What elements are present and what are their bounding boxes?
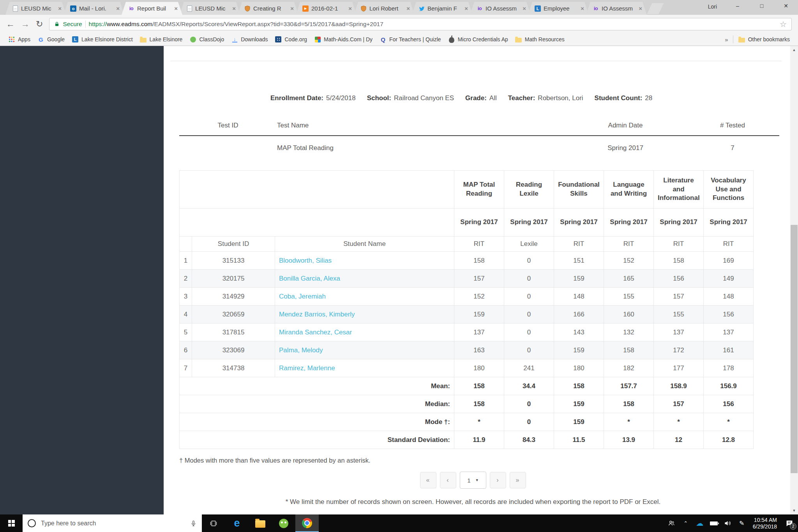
windows-taskbar: e ⌃ ☁ ✎ 10:54 AM 6/29/2018 2 — [0, 514, 798, 532]
column-term-header: Spring 2017 — [704, 209, 754, 237]
bookmark-item[interactable]: Math Resources — [512, 34, 568, 44]
vertical-scrollbar[interactable]: ▲ ▼ — [790, 46, 798, 514]
student-name-link[interactable]: Ramirez, Marlenne — [279, 364, 335, 372]
reload-icon[interactable]: ↻ — [36, 20, 43, 28]
scroll-up-icon[interactable]: ▲ — [790, 46, 798, 54]
student-name-link[interactable]: Bonilla Garcia, Alexa — [279, 275, 340, 282]
start-button[interactable] — [0, 514, 23, 532]
scroll-down-icon[interactable]: ▼ — [790, 507, 798, 514]
test-name-header: Test Name — [277, 121, 565, 136]
battery-button[interactable] — [707, 514, 721, 532]
bookmark-item[interactable]: QFor Teachers | Quizle — [376, 34, 445, 44]
bookmark-item[interactable]: ClassDojo — [186, 34, 228, 44]
tab-close-icon[interactable]: × — [522, 5, 527, 12]
people-button[interactable] — [665, 514, 679, 532]
tab-close-icon[interactable]: × — [406, 5, 411, 12]
address-bar[interactable]: Secure https://www.eadms.com/EADMSX/Repo… — [49, 18, 792, 30]
bookmark-label: Code.org — [284, 36, 307, 42]
tab-close-icon[interactable]: × — [173, 5, 178, 12]
student-name-link[interactable]: Miranda Sanchez, Cesar — [279, 329, 352, 336]
score-cell: 159 — [454, 306, 504, 323]
tab-close-icon[interactable]: × — [57, 5, 62, 12]
info-value: 5/24/2018 — [326, 94, 356, 102]
tab-3[interactable]: ioReport Buil× — [122, 2, 182, 15]
student-name-link[interactable]: Coba, Jeremiah — [279, 293, 326, 300]
taskbar-search[interactable] — [23, 514, 202, 532]
score-cell: 155 — [604, 288, 654, 306]
folder-icon — [140, 36, 147, 43]
tab-6[interactable]: ▸2016-02-1× — [296, 2, 357, 15]
microphone-icon[interactable] — [190, 519, 197, 528]
score-cell: 159 — [554, 270, 604, 288]
chrome-button[interactable] — [295, 514, 319, 532]
prev-page-button[interactable]: ‹ — [440, 472, 456, 488]
tab-close-icon[interactable]: × — [290, 5, 295, 12]
student-row: 3314929Coba, Jeremiah1520148155157148 — [180, 288, 754, 306]
score-cell: 155 — [654, 306, 704, 323]
task-view-button[interactable] — [202, 514, 225, 532]
tab-close-icon[interactable]: × — [231, 5, 237, 12]
student-name-link[interactable]: Palma, Melody — [279, 346, 323, 354]
windows-ink-icon[interactable]: ✎ — [735, 514, 749, 532]
tab-close-icon[interactable]: × — [464, 5, 469, 12]
tab-10[interactable]: LEmployee× — [528, 2, 589, 15]
score-cell: 0 — [504, 252, 554, 270]
pidgin-button[interactable] — [272, 514, 295, 532]
new-tab-button[interactable] — [647, 3, 664, 14]
score-cell: 169 — [704, 252, 754, 270]
bookmark-star-icon[interactable]: ☆ — [780, 19, 787, 29]
edge-button[interactable]: e — [225, 514, 249, 532]
maximize-button[interactable]: □ — [750, 0, 774, 12]
onedrive-icon[interactable]: ☁ — [693, 514, 707, 532]
file-explorer-button[interactable] — [249, 514, 272, 532]
tab-11[interactable]: ioIO Assessm× — [586, 2, 647, 15]
tab-label: LEUSD Mic — [21, 5, 55, 12]
bookmark-item[interactable]: ∷Code.org — [271, 34, 311, 44]
close-button[interactable]: ✕ — [774, 0, 798, 12]
tray-expand-chevron[interactable]: ⌃ — [679, 514, 693, 532]
bookmarks-overflow-icon[interactable]: » — [722, 36, 731, 43]
tab-close-icon[interactable]: × — [115, 5, 120, 12]
tab-close-icon[interactable]: × — [348, 5, 353, 12]
next-page-button[interactable]: › — [490, 472, 506, 488]
first-page-button[interactable]: « — [420, 472, 436, 488]
bookmark-item[interactable]: LLake Elsinore District — [68, 34, 136, 44]
page-select[interactable]: 1 ▼ — [460, 472, 486, 489]
score-cell: 0 — [504, 323, 554, 341]
bookmark-item[interactable]: Math-Aids.Com | Dy — [311, 34, 376, 44]
action-center-button[interactable]: 2 — [781, 514, 798, 532]
tab-5[interactable]: Creating R× — [238, 2, 298, 15]
content-top-rule — [170, 61, 782, 61]
tab-9[interactable]: ioIO Assessm× — [470, 2, 531, 15]
stat-value-cell: 11.5 — [554, 431, 604, 449]
browser-profile-name[interactable]: Lori — [708, 4, 717, 10]
bookmark-item[interactable]: ↓Downloads — [228, 34, 271, 44]
tab-close-icon[interactable]: × — [638, 5, 643, 12]
row-number-cell: 4 — [180, 306, 192, 323]
search-input[interactable] — [40, 520, 186, 527]
tab-1[interactable]: LEUSD Mic× — [5, 2, 66, 15]
student-name-link[interactable]: Mendez Barrios, Kimberly — [279, 311, 355, 318]
bookmark-item[interactable]: Lake Elsinore — [136, 34, 186, 44]
student-name-link[interactable]: Bloodworth, Silias — [279, 257, 332, 264]
tab-4[interactable]: LEUSD Mic× — [180, 2, 240, 15]
bookmark-item[interactable]: Micro Credentials Ap — [445, 34, 512, 44]
other-bookmarks-button[interactable]: Other bookmarks — [735, 34, 793, 44]
forward-icon[interactable]: → — [21, 20, 30, 28]
bookmark-item[interactable]: GGoogle — [34, 34, 68, 44]
last-page-button[interactable]: » — [510, 472, 526, 488]
tab-2[interactable]: oMail - Lori.× — [64, 2, 124, 15]
district-l-icon: L — [72, 36, 79, 43]
info-value: Robertson, Lori — [538, 94, 583, 102]
back-icon[interactable]: ← — [6, 20, 15, 28]
tab-8[interactable]: Benjamin F× — [412, 2, 473, 15]
scrollbar-thumb[interactable] — [791, 225, 798, 473]
student-name-cell: Bonilla Garcia, Alexa — [275, 270, 454, 288]
volume-button[interactable] — [721, 514, 735, 532]
bookmark-item[interactable]: Apps — [5, 34, 34, 44]
tab-7[interactable]: Lori Robert× — [354, 2, 415, 15]
taskbar-clock[interactable]: 10:54 AM 6/29/2018 — [749, 517, 781, 530]
tab-close-icon[interactable]: × — [580, 5, 585, 12]
stat-label-cell: Mean: — [180, 377, 454, 395]
minimize-button[interactable]: – — [726, 0, 750, 12]
